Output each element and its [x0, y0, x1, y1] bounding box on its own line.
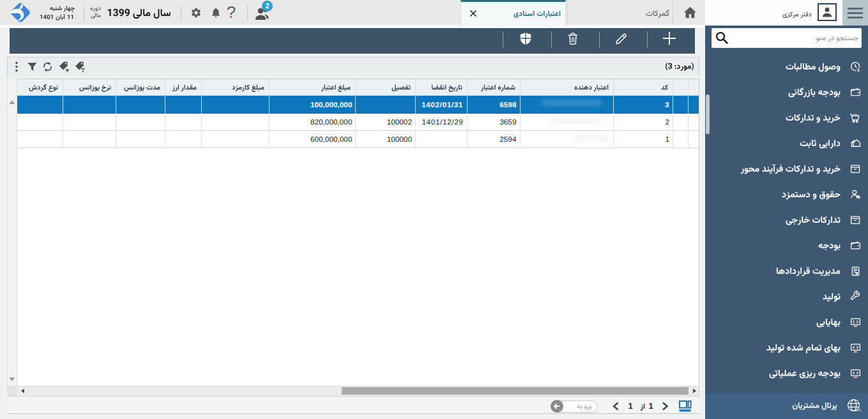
svg-text:$: $: [857, 67, 860, 72]
svg-text:E-Care: E-Care: [855, 409, 861, 412]
